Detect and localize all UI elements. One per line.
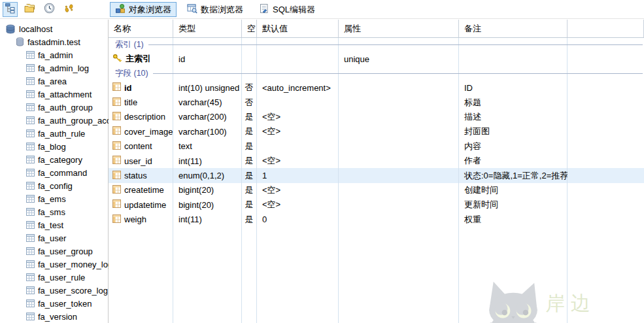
field-type[interactable]: enum(0,1,2) (173, 168, 242, 182)
field-comment[interactable]: 权重 (459, 212, 568, 227)
field-row[interactable]: cover_image varchar(100) 是 <空> 封面图 (109, 124, 644, 139)
tab-object-browser[interactable]: 对象浏览器 (110, 2, 177, 17)
tree-item-table[interactable]: fa_test (0, 218, 108, 231)
history-button[interactable] (42, 2, 57, 17)
field-row[interactable]: title varchar(45) 否 标题 (109, 95, 644, 109)
field-attributes[interactable] (339, 80, 459, 95)
field-null[interactable]: 是 (242, 183, 257, 197)
tree-item-table[interactable]: fa_admin_log (0, 61, 108, 75)
field-group-row[interactable]: 字段 (10) (109, 66, 644, 80)
field-null[interactable]: 是 (242, 197, 257, 212)
field-row[interactable]: status enum(0,1,2) 是 1 状态:0=隐藏,1=正常,2=推荐 (109, 168, 644, 182)
tree-item-database[interactable]: fastadmin.test (0, 35, 108, 48)
field-type[interactable]: text (173, 139, 242, 154)
field-attributes[interactable] (339, 183, 459, 197)
footprints-button[interactable] (61, 2, 76, 17)
field-type[interactable]: bigint(20) (173, 183, 242, 197)
field-comment[interactable]: ID (459, 80, 568, 95)
tree-item-table[interactable]: fa_area (0, 75, 108, 88)
index-attributes[interactable]: unique (339, 52, 459, 66)
field-type[interactable]: varchar(45) (173, 95, 242, 109)
field-type[interactable]: int(11) (173, 212, 242, 227)
field-null[interactable]: 是 (242, 110, 257, 124)
field-default[interactable]: <空> (257, 154, 339, 168)
tree-item-table[interactable]: fa_sms (0, 205, 108, 218)
tree-item-table[interactable]: fa_ems (0, 192, 108, 205)
field-type[interactable]: varchar(200) (173, 110, 242, 124)
tree-item-table[interactable]: fa_user_score_log (0, 284, 108, 297)
field-type[interactable]: int(11) (173, 154, 242, 168)
field-row[interactable]: weigh int(11) 是 0 权重 (109, 212, 644, 227)
field-row[interactable]: updatetime bigint(20) 是 <空> 更新时间 (109, 197, 644, 212)
column-header-default[interactable]: 默认值 (257, 20, 339, 37)
field-comment[interactable]: 更新时间 (459, 197, 568, 212)
tree-item-table[interactable]: fa_user_group (0, 245, 108, 258)
field-row[interactable]: content text 是 内容 (109, 139, 644, 154)
index-columns[interactable]: id (173, 52, 242, 66)
field-attributes[interactable] (339, 95, 459, 109)
field-comment[interactable]: 作者 (459, 154, 568, 168)
tree-item-table[interactable]: fa_user_rule (0, 271, 108, 284)
field-default[interactable]: <空> (257, 197, 339, 212)
tree-item-table[interactable]: fa_config (0, 179, 108, 192)
column-header-null[interactable]: 空 (242, 20, 257, 37)
field-null[interactable]: 是 (242, 212, 257, 227)
field-attributes[interactable] (339, 124, 459, 139)
column-header-attributes[interactable]: 属性 (339, 20, 459, 37)
field-comment[interactable]: 标题 (459, 95, 568, 109)
field-comment[interactable]: 封面图 (459, 124, 568, 139)
tree-item-table[interactable]: fa_version (0, 310, 108, 323)
field-null[interactable]: 是 (242, 154, 257, 168)
field-comment[interactable]: 描述 (459, 110, 568, 124)
field-default[interactable]: 0 (257, 212, 339, 227)
tree-item-table[interactable]: fa_auth_group (0, 101, 108, 114)
field-null[interactable]: 是 (242, 139, 257, 154)
field-type[interactable]: varchar(100) (173, 124, 242, 139)
tree-item-table[interactable]: fa_command (0, 166, 108, 179)
field-default[interactable] (257, 139, 339, 154)
tree-view-button[interactable] (3, 2, 18, 17)
index-row[interactable]: 主索引 id unique (109, 52, 644, 66)
field-row[interactable]: createtime bigint(20) 是 <空> 创建时间 (109, 183, 644, 197)
field-comment[interactable]: 创建时间 (459, 183, 568, 197)
field-type[interactable]: int(10) unsigned (173, 80, 242, 95)
tree-item-table[interactable]: fa_attachment (0, 88, 108, 101)
field-row[interactable]: description varchar(200) 是 <空> 描述 (109, 110, 644, 124)
field-type[interactable]: bigint(20) (173, 197, 242, 212)
field-row[interactable]: id int(10) unsigned 否 <auto_increment> I… (109, 80, 644, 95)
field-comment[interactable]: 状态:0=隐藏,1=正常,2=推荐 (459, 168, 568, 182)
field-default[interactable]: <空> (257, 110, 339, 124)
field-attributes[interactable] (339, 212, 459, 227)
field-default[interactable]: 1 (257, 168, 339, 182)
field-null[interactable]: 是 (242, 124, 257, 139)
field-attributes[interactable] (339, 110, 459, 124)
tree-item-table[interactable]: fa_auth_rule (0, 127, 108, 140)
tab-data-browser[interactable]: 数据浏览器 (182, 2, 248, 17)
column-header-type[interactable]: 类型 (173, 20, 242, 37)
tree-item-table[interactable]: fa_user (0, 231, 108, 245)
tree-item-table[interactable]: fa_user_token (0, 297, 108, 310)
field-null[interactable]: 否 (242, 80, 257, 95)
field-attributes[interactable] (339, 197, 459, 212)
tree-item-table[interactable]: fa_blog (0, 140, 108, 153)
field-null[interactable]: 是 (242, 168, 257, 182)
field-attributes[interactable] (339, 154, 459, 168)
field-default[interactable]: <空> (257, 183, 339, 197)
field-default[interactable] (257, 95, 339, 109)
tab-sql-editor[interactable]: SQL编辑器 (254, 2, 320, 17)
index-group-row[interactable]: 索引 (1) (109, 38, 644, 52)
field-default[interactable]: <auto_increment> (257, 80, 339, 95)
field-comment[interactable]: 内容 (459, 139, 568, 154)
field-attributes[interactable] (339, 139, 459, 154)
field-attributes[interactable] (339, 168, 459, 182)
folders-button[interactable] (22, 2, 37, 17)
field-null[interactable]: 否 (242, 95, 257, 109)
column-header-name[interactable]: 名称 (109, 20, 173, 37)
tree-item-table[interactable]: fa_category (0, 153, 108, 166)
column-header-comment[interactable]: 备注 (459, 20, 568, 37)
tree-item-table[interactable]: fa_auth_group_acce (0, 114, 108, 127)
tree-item-table[interactable]: fa_user_money_log (0, 258, 108, 271)
field-row[interactable]: user_id int(11) 是 <空> 作者 (109, 154, 644, 168)
tree-item-table[interactable]: fa_admin (0, 48, 108, 61)
tree-item-server[interactable]: localhost (0, 22, 108, 35)
